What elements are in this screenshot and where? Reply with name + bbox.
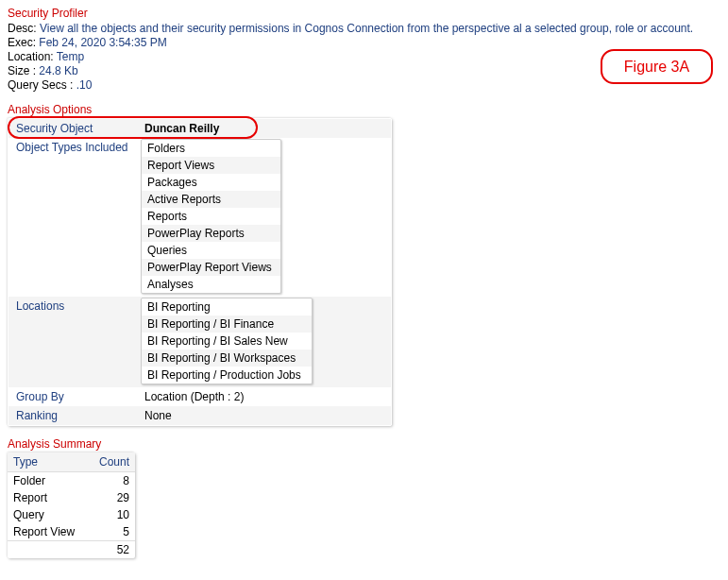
list-item: BI Reporting / BI Finance — [142, 316, 312, 333]
summary-count: 29 — [82, 489, 135, 506]
table-row: Report View 5 — [8, 523, 135, 540]
col-type-header: Type — [8, 452, 82, 471]
summary-type: Report View — [8, 523, 82, 540]
analysis-options-panel: Security Object Duncan Reilly Object Typ… — [8, 118, 392, 426]
analysis-options-title: Analysis Options — [8, 103, 720, 116]
summary-count: 5 — [82, 523, 135, 540]
list-item: Active Reports — [142, 191, 280, 208]
list-item: Report Views — [142, 157, 280, 174]
security-object-label: Security Object — [8, 119, 141, 138]
summary-total-label — [8, 541, 82, 558]
desc-label: Desc: — [8, 22, 37, 35]
table-row: Query 10 — [8, 506, 135, 523]
table-row: Folder 8 — [8, 472, 135, 489]
group-by-label: Group By — [8, 387, 141, 406]
summary-type: Query — [8, 506, 82, 523]
group-by-row: Group By Location (Depth : 2) — [8, 387, 391, 406]
exec-line: Exec: Feb 24, 2020 3:54:35 PM — [8, 36, 720, 49]
summary-total-value: 52 — [82, 541, 135, 558]
desc-value: View all the objects and their security … — [40, 22, 693, 35]
list-item: PowerPlay Report Views — [142, 259, 280, 276]
exec-value: Feb 24, 2020 3:54:35 PM — [39, 36, 166, 49]
analysis-summary-title: Analysis Summary — [8, 437, 720, 451]
list-item: Analyses — [142, 276, 280, 293]
object-types-box: Folders Report Views Packages Active Rep… — [141, 139, 281, 294]
object-types-row: Object Types Included Folders Report Vie… — [8, 138, 391, 297]
locations-box: BI Reporting BI Reporting / BI Finance B… — [141, 298, 313, 384]
list-item: Reports — [142, 208, 280, 225]
col-count-header: Count — [82, 452, 135, 471]
summary-type: Folder — [8, 472, 82, 489]
group-by-value: Location (Depth : 2) — [141, 387, 391, 406]
desc-line: Desc: View all the objects and their sec… — [8, 22, 720, 35]
list-item: PowerPlay Reports — [142, 225, 280, 242]
summary-count: 10 — [82, 506, 135, 523]
list-item: BI Reporting / BI Workspaces — [142, 350, 312, 367]
summary-count: 8 — [82, 472, 135, 489]
summary-type: Report — [8, 489, 82, 506]
list-item: Folders — [142, 140, 280, 157]
list-item: Queries — [142, 242, 280, 259]
table-row: Report 29 — [8, 489, 135, 506]
analysis-summary-table: Type Count Folder 8 Report 29 Query 10 R… — [8, 452, 135, 558]
size-value: 24.8 Kb — [39, 64, 77, 77]
query-secs-label: Query Secs : — [8, 78, 73, 92]
object-types-label: Object Types Included — [8, 138, 141, 157]
list-item: BI Reporting / Production Jobs — [142, 367, 312, 384]
ranking-value: None — [141, 406, 391, 425]
location-value: Temp — [57, 50, 84, 63]
report-title: Security Profiler — [8, 7, 720, 20]
figure-badge: Figure 3A — [601, 49, 713, 84]
location-label: Location: — [8, 50, 54, 63]
exec-label: Exec: — [8, 36, 36, 49]
security-object-value: Duncan Reilly — [141, 119, 391, 138]
size-label: Size : — [8, 64, 36, 77]
locations-label: Locations — [8, 297, 141, 316]
query-secs-value: .10 — [76, 78, 93, 92]
locations-row: Locations BI Reporting BI Reporting / BI… — [8, 297, 391, 387]
list-item: BI Reporting / BI Sales New — [142, 333, 312, 350]
summary-header: Type Count — [8, 452, 135, 472]
security-object-row: Security Object Duncan Reilly — [8, 119, 391, 138]
list-item: Packages — [142, 174, 280, 191]
list-item: BI Reporting — [142, 299, 312, 316]
ranking-row: Ranking None — [8, 406, 391, 425]
summary-footer: 52 — [8, 540, 135, 558]
ranking-label: Ranking — [8, 406, 141, 425]
